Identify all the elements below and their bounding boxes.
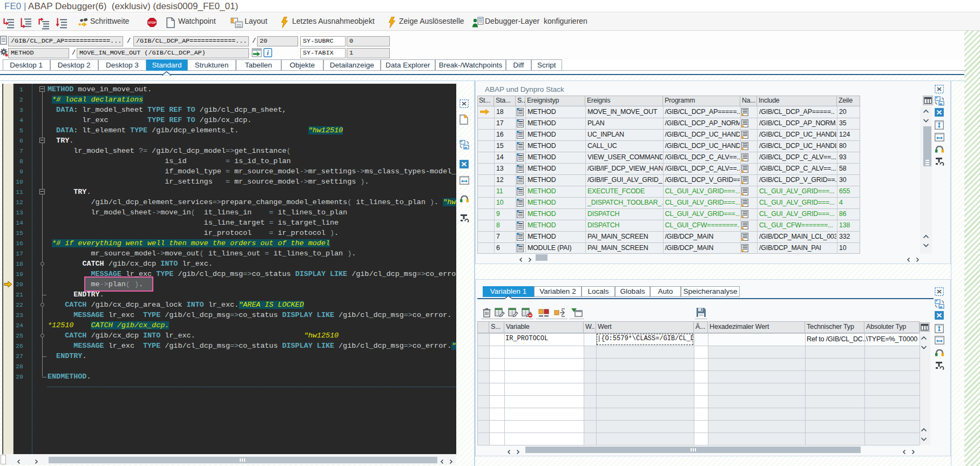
svg-text:i: i (267, 49, 269, 57)
svg-text:STOP: STOP (148, 21, 156, 24)
